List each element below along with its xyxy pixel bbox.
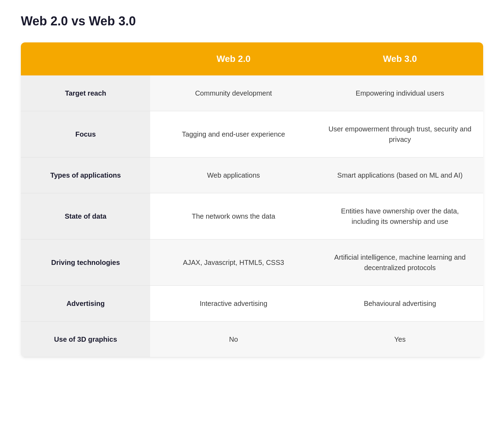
header-col3: Web 3.0	[317, 42, 483, 75]
page-title: Web 2.0 vs Web 3.0	[21, 14, 483, 29]
table-row: Driving technologiesAJAX, Javascript, HT…	[21, 240, 483, 286]
table-row: FocusTagging and end-user experienceUser…	[21, 111, 483, 157]
table-row: Types of applicationsWeb applicationsSma…	[21, 157, 483, 193]
row-web3-value: Empowering individual users	[317, 75, 483, 111]
row-web3-value: Behavioural advertising	[317, 286, 483, 322]
row-web3-value: Smart applications (based on ML and AI)	[317, 157, 483, 193]
row-label: Use of 3D graphics	[21, 322, 150, 357]
row-web3-value: User empowerment through trust, security…	[317, 111, 483, 157]
row-web2-value: The network owns the data	[150, 193, 317, 240]
row-web3-value: Entities have ownership over the data, i…	[317, 193, 483, 240]
table-row: State of dataThe network owns the dataEn…	[21, 193, 483, 240]
row-web2-value: Web applications	[150, 157, 317, 193]
row-web3-value: Yes	[317, 322, 483, 357]
row-label: State of data	[21, 193, 150, 240]
table-row: AdvertisingInteractive advertisingBehavi…	[21, 286, 483, 322]
row-label: Driving technologies	[21, 240, 150, 286]
table-row: Target reachCommunity developmentEmpower…	[21, 75, 483, 111]
row-web2-value: No	[150, 322, 317, 357]
row-label: Target reach	[21, 75, 150, 111]
comparison-table: Web 2.0 Web 3.0 Target reachCommunity de…	[21, 42, 483, 357]
row-label: Focus	[21, 111, 150, 157]
row-label: Advertising	[21, 286, 150, 322]
table-row: Use of 3D graphicsNoYes	[21, 322, 483, 357]
row-web2-value: AJAX, Javascript, HTML5, CSS3	[150, 240, 317, 286]
header-col1	[21, 42, 150, 75]
row-web3-value: Artificial intelligence, machine learnin…	[317, 240, 483, 286]
table-header-row: Web 2.0 Web 3.0	[21, 42, 483, 75]
row-web2-value: Community development	[150, 75, 317, 111]
row-web2-value: Interactive advertising	[150, 286, 317, 322]
row-web2-value: Tagging and end-user experience	[150, 111, 317, 157]
header-col2: Web 2.0	[150, 42, 317, 75]
row-label: Types of applications	[21, 157, 150, 193]
